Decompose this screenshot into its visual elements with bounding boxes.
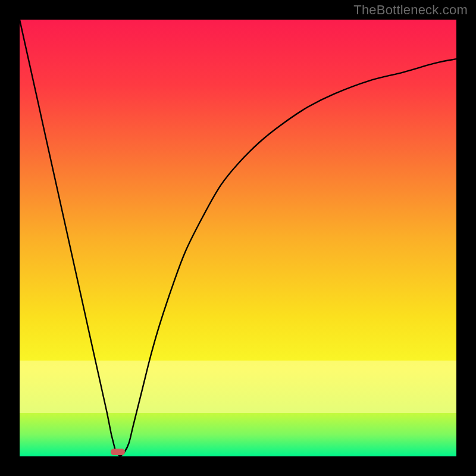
bottleneck-curve <box>20 20 456 456</box>
optimal-marker <box>111 449 124 455</box>
watermark-text: TheBottleneck.com <box>353 2 468 18</box>
chart-frame <box>20 20 456 456</box>
